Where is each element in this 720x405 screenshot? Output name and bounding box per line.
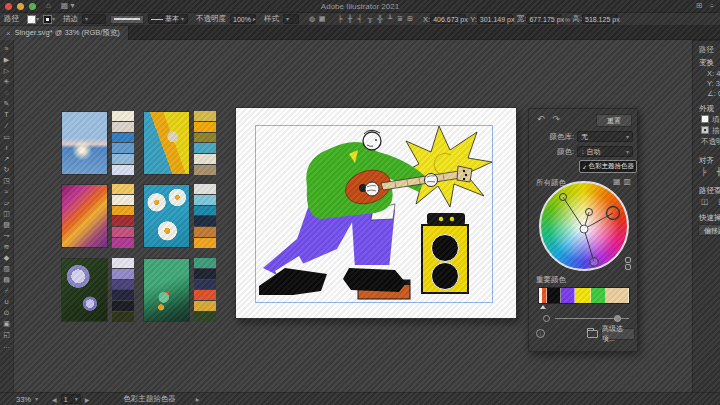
fill-caret-icon[interactable]: ▾ xyxy=(36,16,39,22)
color-handle[interactable] xyxy=(560,194,567,201)
style-dropdown[interactable]: ▾ xyxy=(283,14,299,24)
quick-action-button[interactable]: 偏移路径 xyxy=(698,224,720,236)
color-swatch[interactable] xyxy=(194,154,216,164)
brush-dropdown[interactable]: 基本▾ xyxy=(148,14,188,24)
color-swatch[interactable] xyxy=(194,195,216,205)
color-swatch[interactable] xyxy=(112,184,134,194)
align-bottom-icon[interactable]: ╨ xyxy=(385,15,395,23)
color-swatch[interactable] xyxy=(112,290,134,300)
reset-button[interactable]: 重置 xyxy=(596,114,632,127)
color-swatch[interactable] xyxy=(112,269,134,279)
chevron-down-icon[interactable]: ▾ xyxy=(70,2,74,10)
free-transform-tool[interactable]: ▱ xyxy=(0,197,14,208)
lasso-tool[interactable]: ◌ xyxy=(0,87,14,98)
color-swatch[interactable] xyxy=(112,133,134,143)
x-field[interactable]: 406.673 px xyxy=(430,14,466,24)
advanced-options-button[interactable]: 高级选项... xyxy=(601,328,635,340)
symbol-sprayer-tool[interactable]: ◆ xyxy=(0,252,14,263)
maximize-window-button[interactable] xyxy=(29,3,36,10)
link-dimensions-icon[interactable]: ∞ xyxy=(562,16,572,23)
color-swatch[interactable] xyxy=(194,238,216,248)
slice-tool[interactable]: ⌿ xyxy=(0,285,14,296)
transform-x[interactable]: X: 406.673 px xyxy=(707,69,720,78)
height-field[interactable]: 518.125 px xyxy=(582,14,618,24)
shape-builder-tool[interactable]: ◫ xyxy=(0,208,14,219)
photo-ocean-sunset[interactable] xyxy=(61,111,108,175)
color-swatch[interactable] xyxy=(194,122,216,132)
more-tools-icon[interactable]: … xyxy=(0,340,14,351)
color-library-dropdown[interactable]: 无▾ xyxy=(577,131,633,142)
transform-angle[interactable]: ∠: 0° xyxy=(707,89,720,98)
info-icon[interactable]: i xyxy=(536,329,545,338)
color-handle[interactable] xyxy=(586,209,593,216)
redo-icon[interactable]: ↷ xyxy=(553,114,561,124)
color-swatch[interactable] xyxy=(112,301,134,311)
artboard-nav-field[interactable]: 1▾ xyxy=(61,394,81,404)
slider-left-knob[interactable] xyxy=(543,315,550,322)
color-swatch[interactable] xyxy=(112,154,134,164)
draw-mode-icon[interactable]: ◱ xyxy=(0,329,14,340)
shoe-left[interactable] xyxy=(259,268,327,295)
link-harmony-icon[interactable] xyxy=(625,257,632,271)
workspace-grid-icon[interactable]: ▦ xyxy=(61,2,69,10)
scale-tool[interactable]: ◳ xyxy=(0,175,14,186)
photo-petals[interactable] xyxy=(61,184,108,248)
align-icons-row[interactable]: ╞ ╫ ╡ xyxy=(701,167,720,176)
photo-frog[interactable] xyxy=(143,258,190,322)
prominence-slider-handle[interactable] xyxy=(614,315,621,322)
align-middle-icon[interactable]: ╬ xyxy=(375,15,385,23)
stroke-caret-icon[interactable]: ▾ xyxy=(52,16,55,22)
color-swatch[interactable] xyxy=(112,143,134,153)
opacity-row[interactable]: 不透明度 xyxy=(701,137,720,147)
shoe-right[interactable] xyxy=(343,268,406,292)
color-swatch[interactable] xyxy=(112,206,134,216)
prev-artboard-icon[interactable]: ◀ xyxy=(52,396,57,403)
color-swatch[interactable] xyxy=(112,216,134,226)
align-right-icon[interactable]: ╡ xyxy=(355,15,365,23)
eyedropper-tool[interactable]: ⊸ xyxy=(0,230,14,241)
close-window-button[interactable] xyxy=(5,3,12,10)
home-icon[interactable]: ⌂ xyxy=(46,2,51,10)
more-align-icon[interactable]: ⊞ xyxy=(405,15,415,23)
speaker-top[interactable] xyxy=(427,213,465,225)
color-swatch[interactable] xyxy=(194,206,216,216)
color-wheel-handles[interactable] xyxy=(539,181,629,271)
stroke-color-swatch[interactable] xyxy=(43,15,52,24)
color-swatch[interactable] xyxy=(194,216,216,226)
photo-parrot[interactable] xyxy=(143,111,190,175)
color-swatch[interactable] xyxy=(194,143,216,153)
color-swatch[interactable] xyxy=(194,165,216,175)
distribute-icon[interactable]: ≣ xyxy=(395,15,405,23)
color-swatch[interactable] xyxy=(194,290,216,300)
color-swatch[interactable] xyxy=(194,280,216,290)
color-swatch[interactable] xyxy=(194,301,216,311)
guitarist-artwork[interactable] xyxy=(255,125,493,303)
prominent-swatch[interactable] xyxy=(547,288,561,303)
align-top-icon[interactable]: ╥ xyxy=(365,15,375,23)
photo-daisies[interactable] xyxy=(143,184,190,248)
prominent-swatch[interactable] xyxy=(606,288,629,303)
gradient-tool[interactable]: ▨ xyxy=(0,219,14,230)
prominent-swatch[interactable] xyxy=(591,288,606,303)
undo-icon[interactable]: ↶ xyxy=(537,114,545,124)
paintbrush-tool[interactable]: ≀ xyxy=(0,142,14,153)
save-to-swatches-icon[interactable] xyxy=(587,330,598,338)
expand-panel-icon[interactable]: » xyxy=(0,43,14,54)
blend-tool[interactable]: ≋ xyxy=(0,241,14,252)
document-tab[interactable]: × Singer.svg* @ 33% (RGB/预览) xyxy=(0,26,129,40)
stroke-width-dropdown[interactable]: ▾ xyxy=(82,14,106,24)
color-swatch[interactable] xyxy=(112,122,134,132)
color-theme-picker-button[interactable]: 色彩主题拾色器 xyxy=(579,160,637,173)
next-artboard-icon[interactable]: ▶ xyxy=(85,396,90,403)
direct-selection-tool[interactable]: ▷ xyxy=(0,65,14,76)
color-swatch[interactable] xyxy=(112,238,134,248)
current-tool-indicator[interactable]: 色彩主题拾色器 xyxy=(123,394,176,404)
y-field[interactable]: 301.149 px xyxy=(477,14,513,24)
photo-hyacinth[interactable] xyxy=(61,258,108,322)
color-swatch[interactable] xyxy=(112,195,134,205)
color-swatch[interactable] xyxy=(194,312,216,322)
color-handle[interactable] xyxy=(590,258,598,266)
pencil-tool[interactable]: ↗ xyxy=(0,153,14,164)
color-swatch[interactable] xyxy=(112,165,134,175)
prominent-marker[interactable] xyxy=(540,305,546,309)
